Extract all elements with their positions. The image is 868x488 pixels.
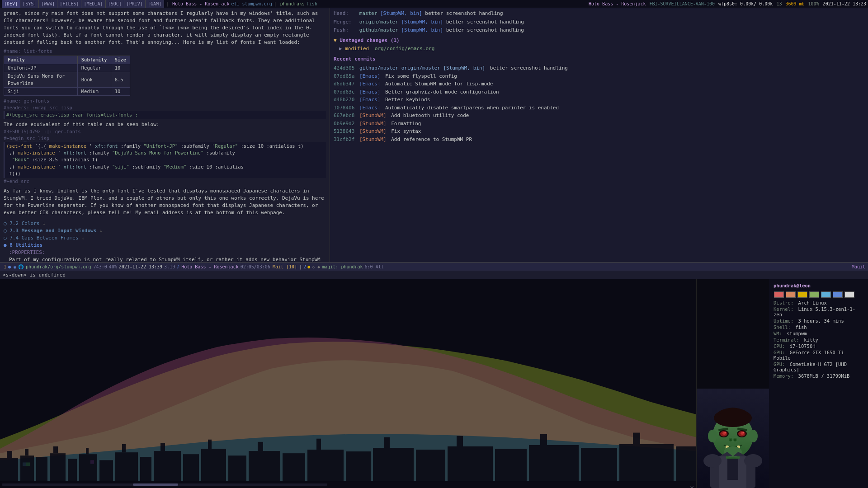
modified-file-row: ▶ modified org/config/emacs.org: [334, 45, 864, 53]
minibuffer-text: <s-down> is undefined: [3, 272, 66, 278]
magit-merge: Merge: origin/master [StumpWM, bin] bett…: [334, 19, 864, 26]
distro-label: Distro:: [774, 300, 793, 305]
commit-tag: [StumpWM]: [358, 113, 388, 118]
swatch-cyan: [821, 291, 831, 298]
avatar-container: [697, 279, 769, 488]
commit-tag: github/master origin/master [StumpWM, bi…: [358, 65, 487, 71]
nav-item-gaps[interactable]: ○ 7.4 Gaps Between Frames ↓: [4, 235, 326, 242]
modified-toggle[interactable]: ▶: [339, 46, 345, 52]
svg-rect-40: [26, 462, 30, 466]
kernel-label: Kernel:: [774, 306, 793, 312]
sysinfo-user: phundrak@leon: [774, 283, 863, 288]
topbar-surveillance: FBI-SURVEILLANCE-VAN-100: [649, 1, 715, 6]
svg-rect-39: [23, 462, 26, 466]
commit-hash: 424d305: [334, 65, 354, 71]
svg-rect-29: [416, 450, 445, 481]
head-label: Head:: [334, 10, 356, 18]
uptime-value: 3 hours, 34 mins: [797, 318, 844, 324]
active-file-2: fish: [307, 1, 317, 6]
commit-hash: 07dd65a: [334, 73, 354, 79]
commit-message: Better graphviz-dot mode configuration: [385, 89, 499, 95]
bottom-right-panel: phundrak@leon Distro: Arch Linux Kernel:…: [696, 279, 868, 488]
tag-www[interactable]: [WWW]: [39, 0, 57, 8]
uptime-label: Uptime:: [774, 318, 793, 324]
terminal-label: Terminal:: [774, 337, 799, 343]
topbar-music: Holo Bass - Rosenjack: [589, 1, 646, 6]
commit-row: 667ebc8 [StumpWM] Add bluetooth utility …: [334, 112, 864, 120]
commit-hash: 5138643: [334, 128, 354, 134]
commit-message: Fix syntax: [391, 128, 421, 134]
nav-item-message[interactable]: ○ 7.3 Message and Input Windows ↓: [4, 227, 326, 235]
unstaged-heading: Unstaged changes (1): [340, 38, 399, 43]
cpu-label: CPU:: [774, 343, 785, 349]
topbar-battery: 100%: [808, 1, 819, 6]
swatch-red: [774, 291, 784, 298]
commit-message: Add reference to StumpWM PR: [391, 136, 472, 142]
sysinfo-gpu2-row: GPU: CometLake-H GT2 [UHD Graphics]: [774, 361, 863, 372]
nav-item-colors[interactable]: ○ 7.2 Colors ↓: [4, 220, 326, 227]
tag-priv[interactable]: [PRIV]: [124, 0, 146, 8]
tag-soc[interactable]: [SOC]: [106, 0, 124, 8]
sb-num2: 2: [303, 264, 307, 269]
src-block: (set-font `(,( make-instance ' xft:font …: [4, 142, 326, 178]
results-label: #RESULTS[4792 :]: gen-fonts: [4, 128, 326, 135]
headers-wrap: #headers: :wrap src lisp: [4, 104, 326, 111]
svg-rect-33: [529, 445, 579, 481]
active-file-1: eli stumpwm.org: [231, 1, 272, 6]
sb-right-label: Magit: [852, 264, 865, 269]
commit-row: 1078406 [Emacs] Automatically disable sm…: [334, 104, 864, 112]
svg-rect-7: [53, 446, 58, 453]
memory-value: 3678MiB / 31799MiB: [797, 373, 850, 379]
waveform-svg: [0, 279, 696, 481]
shell-value: fish: [793, 324, 807, 330]
terminal-value: kitty: [802, 337, 818, 343]
svg-rect-20: [228, 455, 246, 481]
scrollbar-thumb[interactable]: [133, 483, 178, 486]
tag-files[interactable]: [FILES]: [57, 0, 81, 8]
commits-list: 424d305 github/master origin/master [Stu…: [334, 65, 864, 143]
properties-label: :PROPERTIES:: [4, 249, 326, 256]
tag-sys[interactable]: [SYS]: [20, 0, 39, 8]
svg-rect-27: [373, 448, 414, 481]
swatch-white: [844, 291, 854, 298]
svg-rect-28: [384, 437, 390, 448]
svg-rect-34: [540, 434, 547, 445]
unstaged-toggle[interactable]: ▼: [334, 38, 340, 43]
tag-dev[interactable]: [DEV]: [2, 0, 20, 8]
swatch-blue: [833, 291, 843, 298]
scroll-down-icon[interactable]: ⌄: [689, 480, 694, 488]
topbar-sep2: |: [272, 1, 278, 6]
merge-branch: origin/master: [359, 19, 398, 25]
tag-gam[interactable]: [GAM]: [146, 0, 164, 8]
gen-fonts-section: #name: gen-fonts #headers: :wrap src lis…: [4, 98, 326, 119]
left-panel: great, since my main font does not suppo…: [0, 8, 330, 262]
svg-rect-37: [633, 433, 640, 444]
topbar: [DEV] [SYS] [WWW] [FILES] [MEDIA] [SOC] …: [0, 0, 868, 8]
svg-rect-18: [201, 449, 226, 481]
gpu2-label: GPU:: [774, 361, 785, 367]
sb-mail: Mail [10]: [271, 264, 298, 269]
sb-datetime: 2021-11-22 13:39: [118, 264, 163, 269]
magit-head: Head: master [StumpWM, bin] better scree…: [334, 10, 864, 18]
nav-item-utilities[interactable]: ● 8 Utilities: [4, 242, 326, 249]
sb-icons: ◇ ◆: [311, 264, 321, 269]
head-branch: master: [359, 10, 377, 16]
sb-branch: magit: phundrak: [321, 264, 363, 269]
commit-hash: 07dd63c: [334, 89, 354, 95]
commit-tag: [Emacs]: [358, 89, 382, 95]
commit-row: 07dd63c [Emacs] Better graphviz-dot mode…: [334, 89, 864, 96]
tag-media[interactable]: [MEDIA]: [81, 0, 105, 8]
svg-rect-11: [99, 460, 113, 481]
scrollbar-track[interactable]: [2, 483, 327, 486]
modified-file: org/config/emacs.org: [375, 46, 434, 52]
commit-row: 07dd65a [Emacs] Fix some flyspell config: [334, 73, 864, 80]
commit-hash: 667ebc8: [334, 113, 354, 118]
svg-point-62: [743, 432, 744, 433]
svg-rect-6: [50, 453, 66, 481]
right-panel: Head: master [StumpWM, bin] better scree…: [330, 8, 868, 262]
sb-globe-icon: 🌐: [17, 264, 24, 269]
svg-rect-2: [7, 451, 12, 458]
sb-time-extra: 3.19: [163, 264, 176, 269]
svg-rect-16: [160, 443, 165, 451]
swatch-orange: [786, 291, 796, 298]
